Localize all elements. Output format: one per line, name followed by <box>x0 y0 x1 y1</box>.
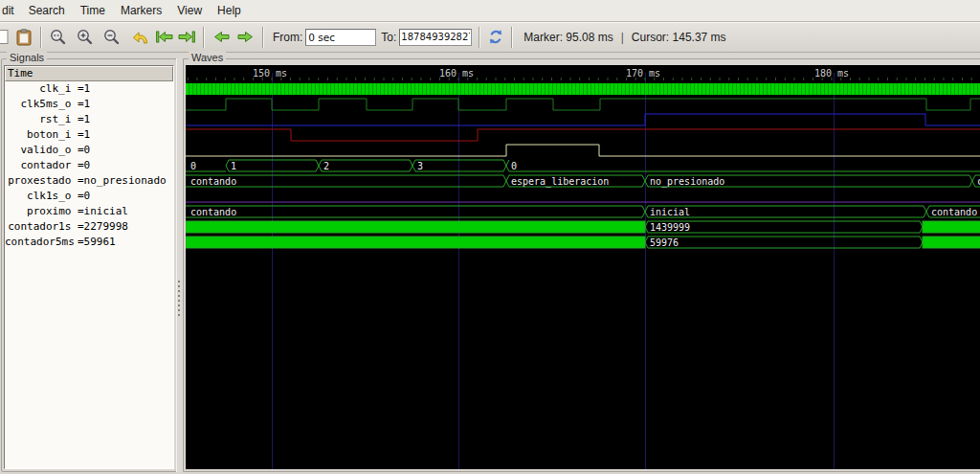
svg-text:1: 1 <box>231 161 236 171</box>
marker-readout: Marker: 95.08 ms <box>523 31 612 44</box>
zoom-fit-icon <box>50 29 67 45</box>
signal-row-clk5ms_o[interactable]: clk5ms_o =1 <box>5 97 173 112</box>
signals-list: Time clk_i =1clk5ms_o =1rst_i =1boton_i … <box>4 65 174 469</box>
svg-text:ms: ms <box>837 68 849 79</box>
jump-start-button[interactable] <box>154 25 175 50</box>
menu-bar: ditSearchTimeMarkersViewHelp <box>0 0 980 22</box>
menu-item-dit[interactable]: dit <box>0 1 21 20</box>
signal-row-proximo[interactable]: proximo =inicial <box>5 204 173 219</box>
menu-item-view[interactable]: View <box>169 1 210 20</box>
signals-panel-title: Signals <box>7 52 47 64</box>
to-field[interactable] <box>399 29 472 46</box>
from-label: From: <box>273 31 302 44</box>
jump-end-icon <box>178 31 195 43</box>
svg-text:contando: contando <box>931 207 977 217</box>
svg-text:3: 3 <box>417 161 423 171</box>
zoom-in-button[interactable] <box>75 25 96 50</box>
signal-row-clk_i[interactable]: clk_i =1 <box>5 81 173 97</box>
menu-item-markers[interactable]: Markers <box>113 1 169 20</box>
zoom-in-icon <box>77 29 94 45</box>
main-content: Signals Time clk_i =1clk5ms_o =1rst_i =1… <box>0 53 980 474</box>
signal-row-clk1s_o[interactable]: clk1s_o =0 <box>5 189 173 204</box>
svg-text:no_presionado: no_presionado <box>650 176 724 188</box>
signals-column-header[interactable]: Time <box>5 66 173 81</box>
reload-button[interactable] <box>485 25 506 50</box>
svg-text:contando: contando <box>190 207 236 217</box>
zoom-out-button[interactable] <box>101 25 122 50</box>
svg-text:59976: 59976 <box>650 237 679 248</box>
svg-text:180: 180 <box>814 68 832 79</box>
svg-text:150: 150 <box>253 68 270 79</box>
signal-row-contador1s[interactable]: contador1s =2279998 <box>5 219 173 235</box>
step-left-button[interactable] <box>211 25 232 50</box>
toolbar-separator <box>262 27 264 48</box>
svg-text:170: 170 <box>626 68 643 79</box>
zoom-out-icon <box>103 29 121 45</box>
waveform-svg: 150ms160ms170ms180ms01230contandoespera_… <box>186 65 980 469</box>
cursor-readout: Cursor: 145.37 ms <box>632 31 726 44</box>
toolbar: From: To: Marker: 95.08 ms | Cursor: 145… <box>0 22 980 53</box>
svg-text:2: 2 <box>323 161 329 171</box>
toolbar-separator <box>511 27 513 48</box>
splitter-grip-icon <box>177 280 181 318</box>
paste-button[interactable] <box>14 25 33 50</box>
step-left-icon <box>212 31 230 43</box>
reload-icon <box>487 29 504 45</box>
signals-panel: Signals Time clk_i =1clk5ms_o =1rst_i =1… <box>1 58 177 472</box>
svg-text:0: 0 <box>511 161 517 171</box>
svg-text:contando: contando <box>190 176 236 187</box>
signal-row-valido_o[interactable]: valido_o =0 <box>5 143 173 158</box>
signal-row-proxestado[interactable]: proxestado =no_presionado <box>5 173 173 189</box>
toolbar-separator <box>479 27 480 48</box>
step-right-button[interactable] <box>235 25 256 50</box>
to-label: To: <box>381 31 396 44</box>
svg-text:0: 0 <box>190 161 196 171</box>
copy-icon <box>0 29 9 45</box>
menu-item-search[interactable]: Search <box>21 1 73 20</box>
zoom-fit-button[interactable] <box>48 25 69 50</box>
copy-button[interactable] <box>0 25 11 50</box>
svg-text:ms: ms <box>649 68 660 79</box>
waves-panel-title: Waves <box>189 52 226 64</box>
svg-text:ms: ms <box>276 68 287 79</box>
waves-panel: Waves 150ms160ms170ms180ms01230contandoe… <box>183 58 980 472</box>
menu-item-time[interactable]: Time <box>73 1 113 20</box>
jump-end-button[interactable] <box>176 25 197 50</box>
svg-text:1439999: 1439999 <box>650 222 690 233</box>
step-right-icon <box>237 31 255 43</box>
toolbar-separator <box>40 27 42 48</box>
wave-row-clk_i <box>186 83 980 95</box>
zoom-undo-icon <box>132 31 149 44</box>
from-field[interactable] <box>305 29 376 46</box>
readout-divider: | <box>621 31 624 44</box>
signal-row-rst_i[interactable]: rst_i =1 <box>5 112 173 127</box>
toolbar-separator <box>203 27 205 48</box>
jump-start-icon <box>156 31 173 43</box>
paste-icon <box>16 29 32 46</box>
svg-text:160: 160 <box>439 68 457 79</box>
signal-row-contador[interactable]: contador =0 <box>5 158 173 173</box>
svg-text:espera_liberacion: espera_liberacion <box>511 176 609 188</box>
menu-item-help[interactable]: Help <box>210 1 249 20</box>
waveform-canvas[interactable]: 150ms160ms170ms180ms01230contandoespera_… <box>186 65 980 469</box>
zoom-undo-button[interactable] <box>130 25 151 50</box>
signal-row-boton_i[interactable]: boton_i =1 <box>5 127 173 143</box>
svg-text:ms: ms <box>462 68 474 79</box>
svg-text:inicial: inicial <box>650 207 690 217</box>
signal-row-contador5ms[interactable]: contador5ms =59961 <box>5 235 173 250</box>
